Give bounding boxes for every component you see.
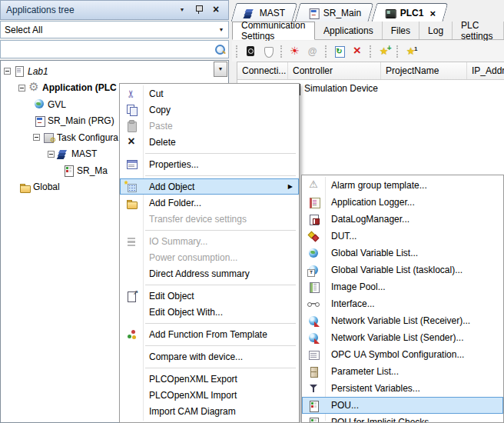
submenu-item-persistent-variables[interactable]: Persistent Variables...	[302, 380, 503, 397]
submenu-item-opc-ua-symbol-configuration[interactable]: OPC UA Symbol Configuration...	[302, 346, 503, 363]
add-favorite-button[interactable]	[375, 43, 393, 59]
pou-icon	[62, 165, 75, 177]
column-header-connection[interactable]: Connecti...	[237, 62, 288, 79]
tab-log[interactable]: Log	[419, 22, 453, 39]
menu-item-label: Properties...	[143, 159, 199, 170]
collapse-icon[interactable]	[48, 151, 55, 158]
menu-item-plcopenxml-export[interactable]: PLCOpenXML Export	[120, 371, 299, 387]
tree-item-label: MAST	[71, 148, 97, 159]
flash-button[interactable]	[286, 43, 303, 59]
tab-plc1[interactable]: PLC1 ×	[371, 3, 448, 22]
panel-close-button[interactable]	[209, 3, 223, 17]
menu-item-properties[interactable]: Properties...	[120, 156, 299, 172]
pin-icon	[193, 4, 205, 16]
menu-item-cut[interactable]: Cut	[120, 85, 299, 102]
collapse-icon[interactable]	[18, 85, 25, 92]
delete-button[interactable]	[348, 43, 366, 59]
globe-icon	[33, 98, 45, 111]
login-badge-icon	[244, 45, 257, 58]
panel-pin-button[interactable]	[192, 3, 206, 17]
chevron-down-icon	[176, 4, 188, 16]
submenu-item-pou[interactable]: POU...	[302, 397, 503, 414]
menu-separator	[120, 281, 299, 288]
search-input[interactable]	[4, 42, 214, 56]
tree-item-label: GVL	[48, 99, 66, 110]
tab-sr-main[interactable]: SR_Main	[295, 3, 374, 22]
tab-plc-settings[interactable]: PLC settings	[453, 22, 504, 39]
menu-item-io-summary: IO Summary...	[120, 233, 299, 249]
menu-item-transfer-device-settings: Transfer device settings	[120, 211, 299, 227]
menu-item-label: Network Variable List (Sender)...	[325, 332, 464, 343]
snail-icon	[307, 45, 319, 58]
funnel-icon	[307, 382, 320, 395]
tab-communication-settings[interactable]: Communication Settings	[232, 22, 315, 40]
panel-header: Applications tree	[0, 0, 229, 20]
tree-search-box	[0, 40, 229, 58]
menu-item-add-folder[interactable]: Add Folder...	[120, 195, 299, 211]
menu-item-label: Power consumption...	[143, 252, 237, 263]
tree-root-dropdown-button[interactable]	[214, 62, 227, 77]
chevron-down-icon	[215, 24, 227, 36]
menu-item-import-cam-diagram[interactable]: Import CAM Diagram	[120, 403, 299, 419]
tab-close-icon[interactable]: ×	[429, 7, 436, 18]
menu-item-plcopenxml-import[interactable]: PLCOpenXML Import	[120, 387, 299, 403]
refresh-button[interactable]	[330, 43, 348, 59]
search-icon[interactable]	[214, 43, 226, 55]
submenu-item-datalogmanager[interactable]: DataLogManager...	[302, 211, 503, 228]
snail-button[interactable]	[303, 43, 321, 59]
menu-item-copy[interactable]: Copy	[120, 102, 299, 118]
menu-item-direct-address-summary[interactable]: Direct Address summary	[120, 265, 299, 281]
menu-item-label: Add Function From Template	[143, 329, 267, 340]
properties-icon	[125, 158, 138, 171]
tab-applications[interactable]: Applications	[315, 22, 383, 39]
menu-item-add-object[interactable]: Add Object ▶	[120, 178, 299, 195]
submenu-item-network-variable-list-sender[interactable]: Network Variable List (Sender)...	[302, 329, 503, 346]
column-header-controller[interactable]: Controller	[288, 62, 381, 79]
submenu-item-pou-for-implicit-checks[interactable]: POU for Implicit Checks...	[302, 414, 503, 423]
submenu-item-application-logger[interactable]: Application Logger...	[302, 194, 503, 211]
tree-item-lab1[interactable]: Lab1	[1, 63, 228, 80]
menu-item-delete[interactable]: Delete	[120, 134, 299, 150]
column-header-projectname[interactable]: ProjectName	[381, 62, 467, 79]
project-icon	[13, 65, 25, 78]
collapse-icon[interactable]	[4, 68, 11, 75]
favorite-one-button[interactable]	[402, 43, 419, 59]
submenu-item-parameter-list[interactable]: Parameter List...	[302, 363, 503, 380]
shield-button[interactable]	[259, 43, 277, 59]
submenu-item-dut[interactable]: DUT...	[302, 228, 503, 245]
menu-item-edit-object[interactable]: Edit Object	[120, 288, 299, 304]
column-header-ip-address[interactable]: IP_Addre	[467, 62, 504, 79]
menu-item-label: Image Pool...	[325, 281, 386, 292]
tab-mast[interactable]: MAST	[231, 3, 298, 22]
menu-item-edit-object-with[interactable]: Edit Object With...	[120, 304, 299, 320]
menu-item-label: POU...	[325, 400, 359, 411]
menu-item-compare-with-device[interactable]: Compare with device...	[120, 348, 299, 365]
folder-icon	[125, 197, 138, 209]
submenu-item-interface[interactable]: Interface...	[302, 295, 503, 312]
program-icon	[307, 7, 320, 19]
tree-item-label: SR_Main (PRG)	[48, 115, 114, 126]
interface-icon	[307, 298, 320, 310]
menu-item-add-function-from-template[interactable]: Add Function From Template	[120, 326, 299, 342]
menu-item-label: Edit Object With...	[143, 307, 223, 318]
collapse-icon[interactable]	[33, 134, 40, 141]
device-filter-dropdown-button[interactable]	[214, 23, 228, 37]
globe-icon	[307, 247, 320, 259]
submenu-item-alarm-group-template[interactable]: Alarm group template...	[302, 177, 503, 194]
pou-icon	[307, 416, 320, 423]
toolbar-grip	[325, 45, 327, 58]
submenu-item-global-variable-list[interactable]: Global Variable List...	[302, 245, 503, 261]
device-filter-combobox[interactable]: Select All	[0, 21, 229, 38]
menu-item-label: Cut	[143, 88, 164, 99]
panel-menu-button[interactable]	[175, 3, 189, 17]
submenu-item-global-variable-list-tasklocal[interactable]: Global Variable List (tasklocal)...	[302, 261, 503, 278]
submenu-item-network-variable-list-receiver[interactable]: Network Variable List (Receiver)...	[302, 312, 503, 329]
paste-icon	[125, 120, 138, 132]
submenu-item-image-pool[interactable]: Image Pool...	[302, 278, 503, 295]
communication-toolbar	[232, 41, 504, 62]
tab-files[interactable]: Files	[383, 22, 419, 39]
menu-item-label: Network Variable List (Receiver)...	[325, 315, 470, 326]
login-badge-button[interactable]	[241, 43, 259, 59]
tab-label: Log	[428, 25, 443, 36]
copy-icon	[125, 104, 138, 116]
